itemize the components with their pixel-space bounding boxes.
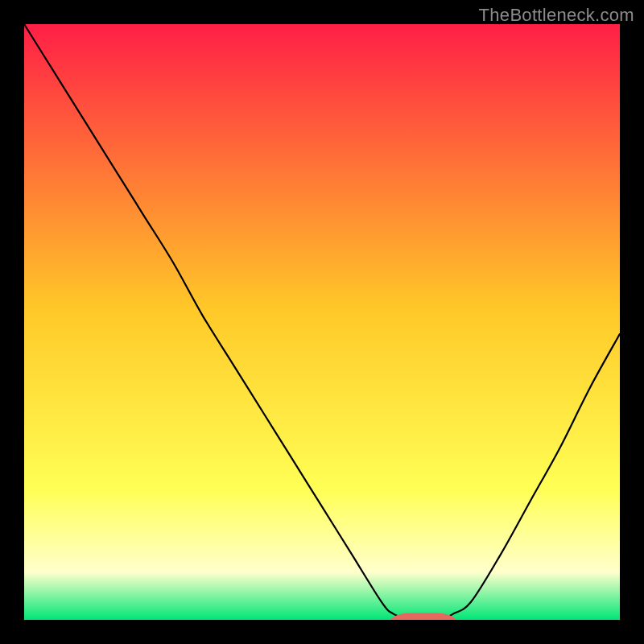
optimal-zone-marker [394,617,453,620]
gradient-background [24,24,620,620]
plot-area [24,24,620,620]
chart-canvas: TheBottleneck.com [0,0,644,644]
watermark-text: TheBottleneck.com [479,5,634,26]
bottleneck-chart [24,24,620,620]
